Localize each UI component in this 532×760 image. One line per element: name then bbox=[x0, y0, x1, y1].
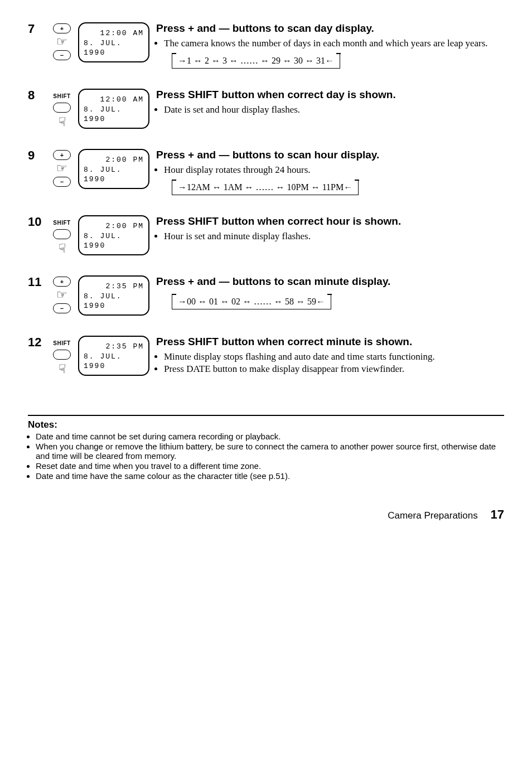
bullet-item: Minute display stops flashing and auto d… bbox=[164, 351, 504, 362]
step-number: 11 bbox=[28, 275, 42, 289]
hand-icon: ☟ bbox=[59, 243, 66, 255]
section-title: Camera Preparations bbox=[388, 510, 478, 521]
shift-label: SHIFT bbox=[53, 220, 70, 226]
step: 7+☞−12:00 AM8. JUL. 1990Press + and — bu… bbox=[28, 22, 504, 69]
lcd-column: +☞−2:00 PM8. JUL. 1990 bbox=[49, 149, 149, 189]
lcd-line-date: 8. JUL. 1990 bbox=[84, 165, 144, 185]
shift-button-icon bbox=[53, 229, 71, 239]
step-text: Press + and — buttons to scan minute dis… bbox=[156, 275, 504, 309]
step-text: Press SHIFT button when correct day is s… bbox=[156, 89, 504, 117]
lcd-line-time: 2:00 PM bbox=[105, 221, 144, 231]
step-text: Press SHIFT button when correct minute i… bbox=[156, 336, 504, 376]
hand-icon: ☞ bbox=[56, 162, 67, 175]
step-title: Press SHIFT button when correct hour is … bbox=[156, 215, 504, 227]
hand-icon: ☟ bbox=[59, 116, 66, 128]
shift-label: SHIFT bbox=[53, 93, 70, 99]
step-bullets: The camera knows the number of days in e… bbox=[156, 38, 504, 49]
step-number: 7 bbox=[28, 22, 42, 36]
minus-button-icon: − bbox=[53, 177, 71, 187]
bullet-item: Hour display rotates through 24 hours. bbox=[164, 164, 504, 176]
sequence-diagram: →12AM ↔ 1AM ↔ …… ↔ 10PM ↔ 11PM← bbox=[172, 180, 359, 195]
shift-button-icon bbox=[53, 103, 71, 113]
minus-button-icon: − bbox=[53, 50, 71, 60]
bullet-item: Press DATE button to make display disapp… bbox=[164, 364, 504, 375]
plus-button-icon: + bbox=[53, 23, 71, 33]
button-illustration: +☞− bbox=[49, 275, 75, 313]
lcd-display: 2:00 PM8. JUL. 1990 bbox=[78, 215, 149, 255]
lcd-display: 2:35 PM8. JUL. 1990 bbox=[78, 336, 149, 376]
lcd-line-time: 2:00 PM bbox=[105, 155, 144, 165]
bullet-item: Hour is set and minute display flashes. bbox=[164, 231, 504, 242]
step-number: 12 bbox=[28, 336, 42, 349]
shift-label: SHIFT bbox=[53, 340, 70, 346]
note-item: When you change or remove the lithium ba… bbox=[36, 442, 504, 461]
step-bullets: Date is set and hour display flashes. bbox=[156, 104, 504, 115]
hand-icon: ☟ bbox=[59, 363, 66, 375]
step-text: Press + and — buttons to scan day displa… bbox=[156, 22, 504, 69]
step: 12SHIFT☟2:35 PM8. JUL. 1990Press SHIFT b… bbox=[28, 336, 504, 376]
step: 8SHIFT☟12:00 AM8. JUL. 1990Press SHIFT b… bbox=[28, 89, 504, 129]
step: 9+☞−2:00 PM8. JUL. 1990Press + and — but… bbox=[28, 149, 504, 195]
step-title: Press + and — buttons to scan day displa… bbox=[156, 22, 504, 35]
bullet-item: Date is set and hour display flashes. bbox=[164, 104, 504, 115]
lcd-display: 2:35 PM8. JUL. 1990 bbox=[78, 275, 149, 316]
lcd-line-date: 8. JUL. 1990 bbox=[84, 38, 144, 58]
step-title: Press SHIFT button when correct day is s… bbox=[156, 89, 504, 101]
plus-button-icon: + bbox=[53, 150, 71, 160]
notes-list: Date and time cannot be set during camer… bbox=[28, 432, 504, 481]
page-number: 17 bbox=[491, 507, 504, 521]
lcd-display: 12:00 AM8. JUL. 1990 bbox=[78, 89, 149, 129]
step-number: 8 bbox=[28, 89, 42, 102]
lcd-line-time: 12:00 AM bbox=[100, 95, 144, 105]
button-illustration: SHIFT☟ bbox=[49, 336, 75, 375]
lcd-line-time: 2:35 PM bbox=[105, 342, 144, 352]
minus-button-icon: − bbox=[53, 303, 71, 313]
step-number: 9 bbox=[28, 149, 42, 162]
lcd-column: SHIFT☟2:35 PM8. JUL. 1990 bbox=[49, 336, 149, 376]
lcd-display: 12:00 AM8. JUL. 1990 bbox=[78, 22, 149, 62]
lcd-line-date: 8. JUL. 1990 bbox=[84, 105, 144, 124]
button-illustration: SHIFT☟ bbox=[49, 215, 75, 255]
step-bullets: Hour is set and minute display flashes. bbox=[156, 231, 504, 242]
step-title: Press SHIFT button when correct minute i… bbox=[156, 336, 504, 348]
step-bullets: Hour display rotates through 24 hours. bbox=[156, 164, 504, 176]
step: 11+☞−2:35 PM8. JUL. 1990Press + and — bu… bbox=[28, 275, 504, 316]
plus-button-icon: + bbox=[53, 277, 71, 287]
lcd-line-date: 8. JUL. 1990 bbox=[84, 352, 144, 371]
note-item: Reset date and time when you travel to a… bbox=[36, 461, 504, 471]
step-title: Press + and — buttons to scan hour displ… bbox=[156, 149, 504, 161]
lcd-display: 2:00 PM8. JUL. 1990 bbox=[78, 149, 149, 189]
bullet-item: The camera knows the number of days in e… bbox=[164, 38, 504, 49]
step: 10SHIFT☟2:00 PM8. JUL. 1990Press SHIFT b… bbox=[28, 215, 504, 255]
lcd-line-time: 12:00 AM bbox=[100, 28, 144, 38]
button-illustration: SHIFT☟ bbox=[49, 89, 75, 128]
lcd-column: +☞−2:35 PM8. JUL. 1990 bbox=[49, 275, 149, 316]
hand-icon: ☞ bbox=[56, 289, 67, 301]
note-item: Date and time cannot be set during camer… bbox=[36, 432, 504, 441]
sequence-diagram: →00 ↔ 01 ↔ 02 ↔ …… ↔ 58 ↔ 59← bbox=[172, 294, 331, 309]
lcd-line-time: 2:35 PM bbox=[105, 282, 144, 292]
step-title: Press + and — buttons to scan minute dis… bbox=[156, 275, 504, 288]
lcd-line-date: 8. JUL. 1990 bbox=[84, 292, 144, 311]
lcd-column: SHIFT☟12:00 AM8. JUL. 1990 bbox=[49, 89, 149, 129]
button-illustration: +☞− bbox=[49, 149, 75, 187]
hand-icon: ☞ bbox=[56, 36, 67, 48]
step-text: Press + and — buttons to scan hour displ… bbox=[156, 149, 504, 195]
shift-button-icon bbox=[53, 350, 71, 360]
note-item: Date and time have the same colour as th… bbox=[36, 471, 504, 481]
page-footer: Camera Preparations 17 bbox=[28, 507, 504, 522]
lcd-column: SHIFT☟2:00 PM8. JUL. 1990 bbox=[49, 215, 149, 255]
lcd-line-date: 8. JUL. 1990 bbox=[84, 231, 144, 251]
divider bbox=[28, 415, 504, 416]
sequence-diagram: →1 ↔ 2 ↔ 3 ↔ …… ↔ 29 ↔ 30 ↔ 31← bbox=[172, 54, 340, 69]
lcd-column: +☞−12:00 AM8. JUL. 1990 bbox=[49, 22, 149, 62]
step-number: 10 bbox=[28, 215, 42, 229]
notes-heading: Notes: bbox=[28, 419, 504, 430]
step-bullets: Minute display stops flashing and auto d… bbox=[156, 351, 504, 375]
step-text: Press SHIFT button when correct hour is … bbox=[156, 215, 504, 243]
button-illustration: +☞− bbox=[49, 22, 75, 60]
